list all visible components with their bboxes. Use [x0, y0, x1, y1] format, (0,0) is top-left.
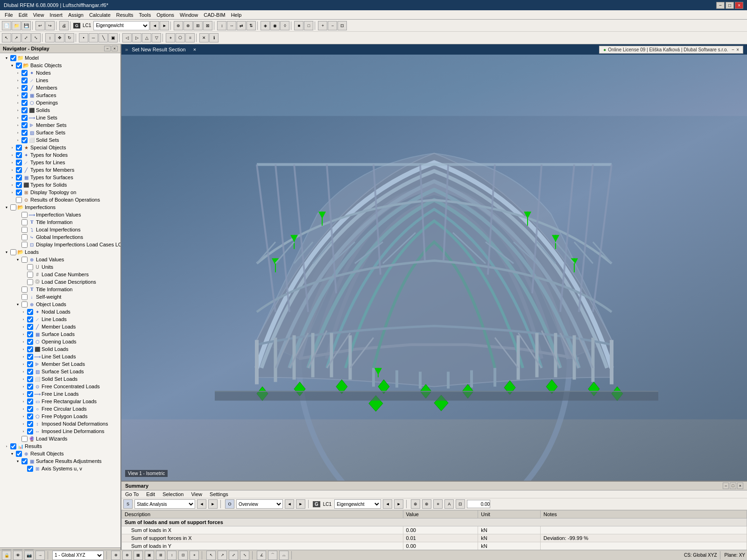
- tree-nodes-check[interactable]: [21, 70, 28, 76]
- summary-tool-2[interactable]: ⊗: [422, 499, 431, 509]
- tb2-rotate-btn[interactable]: ↻: [65, 33, 74, 42]
- tree-title-info-loads[interactable]: 𝐓 Title Information: [0, 286, 120, 293]
- tree-imperf-values[interactable]: ⟿ Imperfection Values: [0, 211, 120, 218]
- tb-fit-btn[interactable]: ⊡: [338, 21, 347, 30]
- tree-membersets[interactable]: › ⫸ Member Sets: [0, 121, 120, 129]
- tree-surfaceset-loads[interactable]: › ▨ Surface Set Loads: [0, 368, 120, 375]
- status-icon-3[interactable]: 📷: [24, 551, 34, 560]
- tree-memberset-loads[interactable]: › ⫸ Member Set Loads: [0, 360, 120, 368]
- tree-solidsets[interactable]: › ⬜ Solid Sets: [0, 136, 120, 144]
- menu-calculate[interactable]: Calculate: [86, 11, 113, 19]
- tree-surfloads-check[interactable]: [27, 331, 33, 337]
- tree-selfweight[interactable]: ↓ Self-weight: [0, 293, 120, 301]
- save-btn[interactable]: 💾: [21, 21, 31, 30]
- online-bar-minimize[interactable]: −: [732, 47, 734, 52]
- tree-object-loads[interactable]: ▾ ⊕ Object Loads: [0, 301, 120, 308]
- status-tb-5[interactable]: ⊞: [156, 551, 165, 560]
- tree-lines-check[interactable]: [21, 77, 28, 84]
- tree-load-wizards[interactable]: 🔮 Load Wizards: [0, 435, 120, 442]
- tb-btn-a2[interactable]: ⊗: [183, 21, 193, 30]
- status-tb-15[interactable]: ⌓: [279, 551, 289, 560]
- tree-lcdesc-check[interactable]: [27, 279, 33, 285]
- tb2-move-btn[interactable]: ✥: [55, 33, 64, 42]
- tree-line-loads[interactable]: › ⟋ Line Loads: [0, 315, 120, 323]
- tree-solids[interactable]: › ⬛ Solids: [0, 106, 120, 114]
- tree-results-check[interactable]: [10, 443, 16, 449]
- tree-members-check[interactable]: [21, 85, 28, 91]
- tree-titleinfo-loads-check[interactable]: [21, 287, 28, 293]
- tb2-select-btn[interactable]: ↕: [45, 33, 55, 42]
- result-section-close[interactable]: ×: [193, 47, 196, 52]
- status-icon-2[interactable]: 👁: [13, 551, 22, 560]
- tree-units[interactable]: U Units: [0, 263, 120, 271]
- new-btn[interactable]: 📄: [2, 21, 11, 30]
- tree-display-topo-check[interactable]: [16, 189, 22, 196]
- tree-types-nodes-check[interactable]: [16, 152, 22, 158]
- tree-imperf-check[interactable]: [10, 204, 16, 210]
- tree-membersetloads-check[interactable]: [27, 361, 33, 367]
- tree-linesetloads-check[interactable]: [27, 354, 33, 360]
- tree-memberloads-check[interactable]: [27, 324, 33, 330]
- summary-edit[interactable]: Edit: [146, 491, 155, 497]
- tree-lineset-loads[interactable]: › ⟿ Line Set Loads: [0, 353, 120, 360]
- summary-goto[interactable]: Go To: [125, 491, 139, 497]
- tree-imposed-line[interactable]: › ↔ Imposed Line Deformations: [0, 427, 120, 435]
- tb2-cross-btn[interactable]: ✕: [199, 33, 209, 42]
- tb2-node-btn[interactable]: •: [79, 33, 88, 42]
- summary-maximize-btn[interactable]: □: [730, 483, 736, 489]
- tree-types-lines[interactable]: › ⟋ Types for Lines: [0, 159, 120, 166]
- tree-displimperflc-check[interactable]: [21, 242, 28, 248]
- tb-btn-c1[interactable]: ◈: [261, 21, 270, 30]
- tree-types-solids-check[interactable]: [16, 182, 22, 188]
- tree-surfaces-check[interactable]: [21, 92, 28, 98]
- menu-file[interactable]: File: [2, 11, 16, 19]
- tree-free-poly-loads[interactable]: › ⬠ Free Polygon Loads: [0, 413, 120, 420]
- tree-lines[interactable]: › ⟋ Lines: [0, 77, 120, 84]
- tb-zoom-out-btn[interactable]: −: [328, 21, 337, 30]
- tree-freecircloads-check[interactable]: [27, 406, 33, 412]
- next-lc-btn[interactable]: ►: [160, 21, 169, 30]
- tree-linesets[interactable]: › ⟿ Line Sets: [0, 114, 120, 121]
- status-tb-2[interactable]: ⊗: [122, 551, 132, 560]
- tree-surface-loads[interactable]: › ▦ Surface Loads: [0, 330, 120, 338]
- prev-lc-summary-btn[interactable]: ◄: [383, 499, 392, 509]
- tree-solidset-loads[interactable]: › ⬜ Solid Set Loads: [0, 375, 120, 383]
- online-bar-close[interactable]: ×: [736, 47, 739, 52]
- tree-freeconcloads-check[interactable]: [27, 384, 33, 390]
- tb2-btn-3[interactable]: ⤢: [21, 33, 31, 42]
- status-tb-4[interactable]: ▣: [145, 551, 154, 560]
- status-tb-10[interactable]: ↗: [218, 551, 227, 560]
- tree-imposed-nodal[interactable]: › ↕ Imposed Nodal Deformations: [0, 420, 120, 427]
- maximize-btn[interactable]: □: [726, 2, 734, 9]
- tree-loadval-check[interactable]: [21, 257, 28, 263]
- status-tb-3[interactable]: ▦: [134, 551, 143, 560]
- nav-minimize-btn[interactable]: −: [104, 46, 110, 51]
- tree-opening-loads[interactable]: › ⬡ Opening Loads: [0, 338, 120, 345]
- status-tb-9[interactable]: ↖: [206, 551, 216, 560]
- summary-tool-3[interactable]: ≡: [433, 499, 443, 509]
- summary-tool-4[interactable]: A: [444, 499, 454, 509]
- tb-render-btn[interactable]: ■: [294, 21, 303, 30]
- tree-basic-check[interactable]: [16, 63, 22, 69]
- status-tb-13[interactable]: ∠: [257, 551, 266, 560]
- menu-insert[interactable]: Insert: [47, 11, 65, 19]
- tree-imposednodal-check[interactable]: [27, 421, 33, 427]
- tree-model[interactable]: ▾ 📁 Model: [0, 54, 120, 62]
- tree-surfsetloads-check[interactable]: [27, 369, 33, 375]
- tb2-e2[interactable]: ⎔: [176, 33, 185, 42]
- tree-nodalloads-check[interactable]: [27, 309, 33, 315]
- tb2-member-btn[interactable]: ╲: [99, 33, 108, 42]
- status-tb-1[interactable]: ⊕: [111, 551, 120, 560]
- tree-suradjust-check[interactable]: [21, 458, 28, 464]
- tree-openloads-check[interactable]: [27, 339, 33, 345]
- menu-tools[interactable]: Tools: [136, 11, 154, 19]
- tree-free-circ-loads[interactable]: › ○ Free Circular Loads: [0, 405, 120, 413]
- tree-loads-check[interactable]: [10, 249, 16, 255]
- tree-imperfections[interactable]: ▾ 📂 Imperfections: [0, 203, 120, 211]
- tb-btn-c3[interactable]: ◊: [280, 21, 289, 30]
- tree-solids-check[interactable]: [21, 107, 28, 113]
- tree-display-topology[interactable]: › ⊞ Display Topology on: [0, 189, 120, 196]
- tree-lc-numbers[interactable]: # Load Case Numbers: [0, 271, 120, 278]
- tree-nodal-loads[interactable]: › ✦ Nodal Loads: [0, 308, 120, 315]
- summary-close-btn[interactable]: ×: [737, 483, 743, 489]
